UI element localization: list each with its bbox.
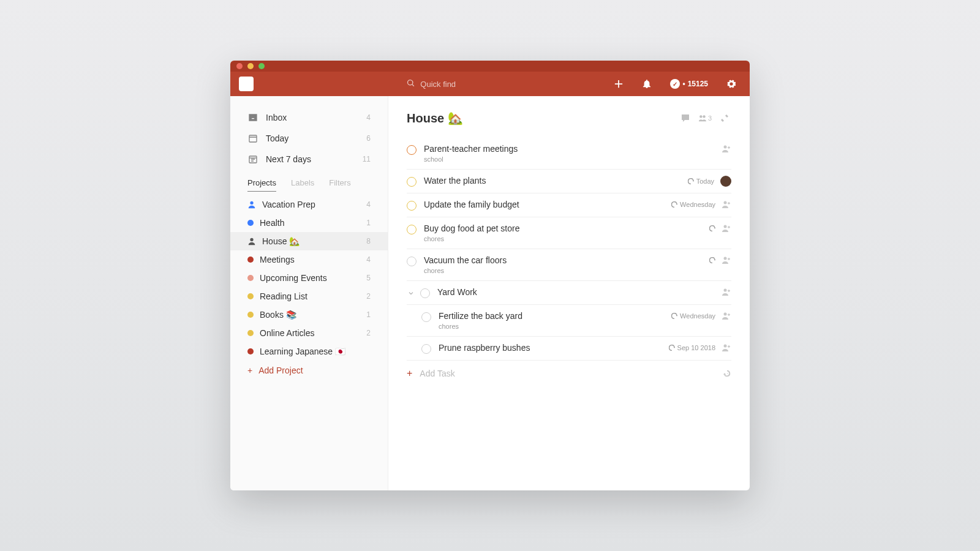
project-count: 4 [366, 255, 371, 264]
project-count: 8 [366, 237, 371, 246]
task-title: Vacuum the car floors [424, 255, 704, 265]
project-row[interactable]: Learning Japanese🇯🇵 [230, 342, 388, 361]
assign-icon[interactable] [722, 144, 731, 154]
task-title: Water the plants [424, 176, 683, 186]
sidebar-tabs: Projects Labels Filters [230, 170, 388, 195]
task-title: Update the family budget [424, 200, 666, 209]
task-row[interactable]: Parent-teacher meetingsschool [407, 138, 731, 170]
task-checkbox[interactable] [421, 344, 431, 354]
sidebar-next-7-days[interactable]: Next 7 days 11 [230, 149, 388, 170]
task-row[interactable]: Vacuum the car floorschores [407, 249, 731, 281]
project-color-icon [247, 220, 254, 226]
task-meta: chores [424, 235, 704, 242]
add-project-button[interactable]: + Add Project [230, 361, 388, 380]
project-title: House 🏡 [407, 111, 673, 126]
task-checkbox[interactable] [407, 177, 417, 187]
project-color-icon [247, 312, 254, 318]
settings-button[interactable] [722, 74, 741, 94]
task-list: Parent-teacher meetingsschoolWater the p… [407, 138, 731, 361]
task-due[interactable]: Wednesday [671, 201, 715, 208]
main-content: House 🏡 3 Parent-teacher meetingsschoolW… [388, 96, 750, 490]
task-due[interactable]: Today [688, 178, 714, 185]
assign-icon[interactable] [722, 311, 731, 321]
person-icon [247, 237, 256, 246]
karma-badge[interactable]: ✓ • 15125 [665, 78, 713, 90]
view-options-button[interactable] [718, 111, 731, 125]
project-color-icon [247, 293, 254, 299]
task-row[interactable]: Buy dog food at pet storechores [407, 217, 731, 249]
assign-icon[interactable] [722, 200, 731, 209]
task-row[interactable]: Prune raspberry bushesSep 10 2018 [407, 337, 731, 361]
project-count: 1 [366, 219, 371, 227]
maximize-window-button[interactable] [258, 63, 265, 69]
task-checkbox[interactable] [407, 257, 417, 266]
project-name: Online Articles [260, 328, 314, 338]
share-button[interactable]: 3 [698, 111, 712, 125]
quick-add-button[interactable] [609, 74, 628, 94]
sidebar-inbox[interactable]: Inbox 4 [230, 107, 388, 128]
add-task-button[interactable]: + Add Task [407, 361, 731, 386]
project-name: Learning Japanese [260, 347, 333, 356]
assignee-avatar[interactable] [720, 176, 731, 187]
sidebar-today[interactable]: Today 6 [230, 128, 388, 149]
task-title: Yard Work [437, 287, 717, 297]
project-name: Upcoming Events [260, 273, 327, 283]
project-count: 5 [366, 274, 371, 282]
project-row[interactable]: Meetings4 [230, 250, 388, 269]
assign-icon[interactable] [722, 287, 731, 297]
app-logo[interactable] [239, 77, 254, 91]
project-color-icon [247, 348, 254, 354]
person-icon [247, 200, 256, 209]
calendar-week-icon [247, 154, 258, 165]
task-checkbox[interactable] [421, 312, 431, 322]
tab-labels[interactable]: Labels [291, 178, 314, 192]
chevron-down-icon[interactable] [407, 289, 415, 298]
task-due[interactable]: Sep 10 2018 [669, 344, 715, 351]
project-row[interactable]: Upcoming Events5 [230, 269, 388, 287]
project-row[interactable]: House🏡8 [230, 232, 388, 250]
notifications-button[interactable] [637, 74, 657, 94]
app-window: Quick find ✓ • 15125 Inbox 4 Today 6 [230, 61, 750, 490]
task-checkbox[interactable] [407, 225, 417, 234]
task-checkbox[interactable] [407, 201, 417, 211]
task-title: Fertilize the back yard [439, 311, 666, 321]
tab-filters[interactable]: Filters [329, 178, 350, 192]
project-row[interactable]: Online Articles2 [230, 324, 388, 342]
close-window-button[interactable] [236, 63, 243, 69]
quick-find[interactable]: Quick find [407, 79, 456, 89]
task-row[interactable]: Fertilize the back yardchoresWednesday [407, 305, 731, 337]
assign-icon[interactable] [722, 223, 731, 233]
project-row[interactable]: Reading List2 [230, 287, 388, 305]
task-checkbox[interactable] [420, 288, 430, 298]
task-title: Prune raspberry bushes [439, 343, 664, 353]
project-color-icon [247, 257, 254, 263]
project-name: Reading List [260, 291, 307, 301]
search-placeholder: Quick find [420, 80, 456, 89]
inbox-icon [247, 112, 258, 123]
project-color-icon [247, 330, 254, 336]
window-titlebar [230, 61, 750, 72]
task-title: Buy dog food at pet store [424, 223, 704, 233]
task-row[interactable]: Update the family budgetWednesday [407, 193, 731, 217]
task-due[interactable]: Wednesday [671, 312, 715, 320]
project-row[interactable]: Vacation Prep4 [230, 195, 388, 214]
karma-points: 15125 [688, 80, 708, 88]
assign-icon[interactable] [722, 255, 731, 265]
task-checkbox[interactable] [407, 145, 417, 155]
task-meta: chores [439, 323, 666, 330]
activity-icon[interactable] [462, 369, 731, 378]
tab-projects[interactable]: Projects [247, 178, 276, 192]
task-row[interactable]: Water the plantsToday [407, 170, 731, 193]
workspace: Inbox 4 Today 6 Next 7 days 11 Projects … [230, 96, 750, 490]
project-row[interactable]: Health1 [230, 214, 388, 232]
assign-icon[interactable] [722, 343, 731, 353]
task-row[interactable]: Yard Work [407, 281, 731, 305]
minimize-window-button[interactable] [247, 63, 254, 69]
project-row[interactable]: Books📚1 [230, 305, 388, 324]
task-due[interactable] [709, 225, 715, 231]
task-due[interactable] [709, 257, 715, 263]
task-title: Parent-teacher meetings [424, 144, 717, 154]
comments-button[interactable] [679, 111, 692, 125]
karma-icon: ✓ [670, 79, 680, 89]
project-name: House [262, 236, 287, 246]
